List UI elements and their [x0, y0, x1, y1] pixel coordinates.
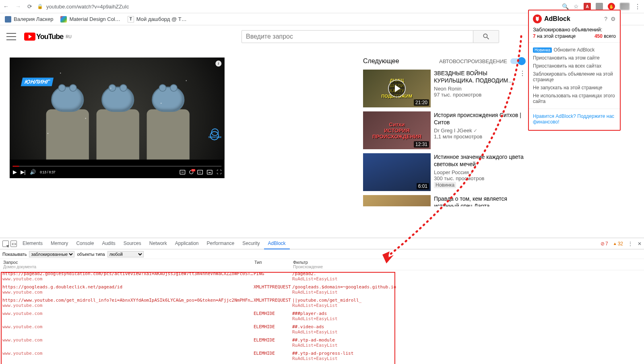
verified-icon: ✓: [473, 128, 477, 134]
blocked-request-row[interactable]: https://www.youtube.com/get_midroll_info…: [0, 297, 644, 310]
blocked-label: Заблокировано объявлений:: [533, 27, 616, 33]
adblock-pause-all[interactable]: Приостановить на всех сайтах: [533, 62, 616, 70]
rec-channel: Looper Россия ✓: [434, 169, 525, 175]
devtools-tab[interactable]: AdBlock: [264, 238, 290, 249]
video-thumbnail: ДНИЩШАЛИХАЛТУПОДЫТОЖИМ 21:20: [363, 70, 431, 107]
search-button[interactable]: [473, 30, 499, 43]
devtools-tabs: ▭ ElementsMemoryConsoleAuditsSourcesNetw…: [0, 238, 644, 249]
adblock-dont-run[interactable]: Не запускать на этой странице: [533, 84, 616, 92]
reload-icon[interactable]: ⟳: [27, 3, 32, 10]
devtools-panel: ▭ ElementsMemoryConsoleAuditsSourcesNetw…: [0, 238, 644, 364]
devtools-tab[interactable]: Security: [238, 238, 264, 249]
help-icon[interactable]: ?: [604, 16, 607, 22]
video-player[interactable]: ЮНЛИНГ i SUBSCRIBE ▶ ▶| 🔊 0:13 / 8:37 ⊟ …: [10, 58, 225, 178]
rec-channel: Dr Greg I JGeek ✓: [434, 128, 525, 134]
device-icon[interactable]: ▭: [10, 241, 17, 247]
video-frame: ЮНЛИНГ i SUBSCRIBE: [10, 58, 225, 160]
subscribe-badge[interactable]: SUBSCRIBE: [209, 128, 221, 140]
devtools-tab[interactable]: Sources: [120, 238, 145, 249]
search-input[interactable]: [242, 30, 473, 43]
t-icon: [128, 16, 134, 23]
subtitles-icon[interactable]: ⊟: [180, 170, 186, 174]
devtools-tab[interactable]: Elements: [19, 238, 47, 249]
blocked-request-row[interactable]: www.youtube.com ELEMHIDE ##.ytp-ad-progr…: [0, 350, 644, 363]
error-count[interactable]: 7: [601, 241, 608, 247]
col-domain: Домен документа: [3, 265, 254, 269]
back-icon[interactable]: ←: [3, 3, 9, 10]
rec-channel: Neon Ronin: [434, 86, 525, 92]
bookmark-item[interactable]: Мой дашборд @ T…: [128, 16, 187, 23]
type-label: объекты типа: [77, 252, 105, 257]
adblock-pause-site[interactable]: Приостановить на этом сайте: [533, 54, 616, 62]
devtools-tab[interactable]: Network: [145, 238, 171, 249]
devtools-menu-icon[interactable]: ⋮: [628, 241, 633, 247]
blocked-request-row[interactable]: https://googleads.g.doubleclick.net/page…: [0, 284, 644, 297]
autoplay-label: АВТОВОСПРОИЗВЕДЕНИЕ: [439, 58, 507, 64]
verified-icon: ✓: [470, 170, 474, 175]
adblock-support-link[interactable]: Нравится AdBlock? Поддержите нас финансо…: [533, 112, 616, 126]
video-overlay-tag: ЮНЛИНГ: [21, 78, 54, 86]
info-icon[interactable]: i: [215, 61, 221, 67]
recommendation-item[interactable]: СитхиИСТОРИЯПРОИСХОЖДЕНИЯ 12:31 История …: [363, 111, 525, 149]
blocked-request-row[interactable]: www.youtube.com ELEMHIDE ###player-adsRu…: [0, 310, 644, 323]
duration-badge: 21:20: [414, 99, 429, 106]
miniplayer-icon[interactable]: ▭: [197, 170, 203, 174]
rec-title: ЗВЕЗДНЫЕ ВОЙНЫ КУРИЛЬЩИКА. ПОДВОДИМ…: [434, 70, 525, 84]
fullscreen-icon[interactable]: ⛶: [217, 169, 222, 175]
autoplay-toggle[interactable]: [510, 58, 525, 64]
browser-menu-icon[interactable]: ⋮: [634, 3, 641, 10]
adblock-update-link[interactable]: НовинкаОбновите AdBlock: [533, 46, 616, 54]
filter-select[interactable]: заблокированные: [29, 251, 74, 257]
next-icon[interactable]: ▶|: [21, 169, 26, 175]
recommendation-item[interactable]: 6:01 Истинное значение каждого цвета све…: [363, 153, 525, 191]
type-select[interactable]: любой: [107, 251, 144, 257]
warning-count[interactable]: 32: [613, 241, 623, 247]
devtools-tab[interactable]: Audits: [98, 238, 119, 249]
time-display: 0:13 / 8:37: [40, 170, 55, 174]
settings-icon[interactable]: [189, 170, 193, 174]
theater-icon[interactable]: ▬: [207, 170, 213, 174]
youtube-logo[interactable]: YouTube RU: [24, 33, 72, 41]
rec-title: История происхождения Ситхов | Ситов: [434, 111, 525, 126]
recommendation-item[interactable]: 11:13 Правда о том, кем является истинны…: [363, 195, 525, 206]
col-origin: Происхождение: [293, 265, 641, 269]
duration-badge: 12:31: [414, 141, 429, 148]
zoom-icon[interactable]: 🔍: [562, 3, 569, 10]
settings-icon[interactable]: ⚙: [611, 16, 616, 22]
adblock-extension-icon[interactable]: ✋: [608, 3, 615, 10]
extension-icon[interactable]: [596, 3, 603, 10]
adblock-dont-use[interactable]: Не использовать на страницах этого сайта: [533, 92, 616, 105]
bookmark-item[interactable]: Material Design Col…: [60, 16, 120, 23]
blocked-request-row[interactable]: www.youtube.com ELEMHIDE ##.video-adsRuA…: [0, 323, 644, 337]
adblock-popup: AdBlock ? ⚙ Заблокировано объявлений: 7 …: [528, 10, 621, 131]
adblock-title: AdBlock: [544, 15, 570, 23]
material-icon: [60, 16, 67, 23]
video-thumbnail: 6:01: [363, 153, 431, 191]
hamburger-icon[interactable]: [6, 33, 16, 40]
devtools-tab[interactable]: Console: [72, 238, 98, 249]
recommendation-item[interactable]: ДНИЩШАЛИХАЛТУПОДЫТОЖИМ 21:20 ЗВЕЗДНЫЕ ВО…: [363, 70, 525, 107]
rec-menu-icon[interactable]: ⋮: [519, 70, 526, 77]
bookmark-item[interactable]: Валерия Ласкер: [5, 16, 53, 23]
play-icon: [24, 33, 35, 41]
volume-icon[interactable]: 🔊: [30, 169, 36, 175]
address-bar[interactable]: 🔒 youtube.com/watch?v=4p9aihZZuIc: [37, 4, 557, 10]
profile-avatar[interactable]: [620, 3, 630, 10]
rec-views: 300 тыс. просмотров: [434, 175, 525, 181]
play-icon[interactable]: ▶: [13, 169, 17, 175]
blocked-request-row[interactable]: www.youtube.com ELEMHIDE ##.ytp-ad-modul…: [0, 337, 644, 350]
star-icon[interactable]: ☆: [574, 3, 579, 10]
adblock-block-ad[interactable]: Заблокировать объявление на этой страниц…: [533, 70, 616, 84]
play-overlay-icon: [388, 80, 406, 97]
lock-icon: 🔒: [37, 4, 43, 9]
blocked-request-row[interactable]: https://pagead2.googlesyndication.com/pc…: [0, 270, 644, 284]
extension-icon[interactable]: A: [584, 3, 591, 10]
devtools-tab[interactable]: Performance: [203, 238, 239, 249]
devtools-tab[interactable]: Memory: [47, 238, 72, 249]
devtools-close-icon[interactable]: ✕: [638, 241, 642, 247]
devtools-tab[interactable]: Application: [171, 238, 203, 249]
rec-title: Истинное значение каждого цвета световых…: [434, 153, 525, 168]
forward-icon[interactable]: →: [15, 3, 21, 10]
adblock-logo-icon: [533, 14, 542, 23]
inspect-icon[interactable]: [2, 241, 9, 247]
